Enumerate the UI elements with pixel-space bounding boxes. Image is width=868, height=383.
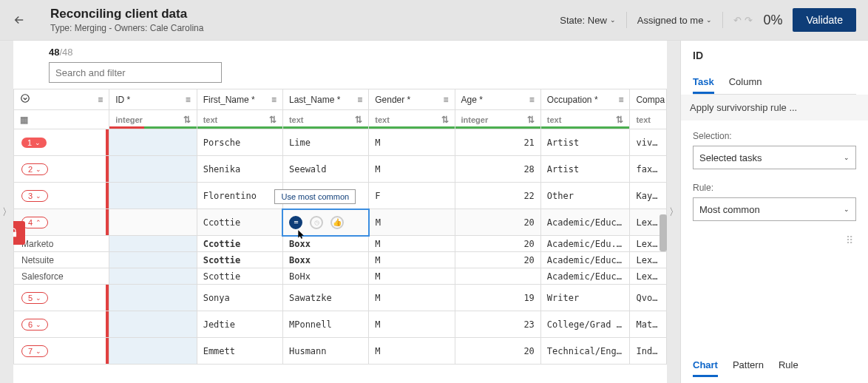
side-panel-title: ID: [693, 50, 856, 61]
row-badge[interactable]: 5 ⌄: [21, 292, 48, 304]
selection-label: Selection:: [693, 131, 856, 141]
row-badge[interactable]: 4 ⌃: [21, 217, 48, 228]
progress-percent: 0%: [763, 13, 782, 28]
redo-icon[interactable]: ↷: [745, 15, 753, 26]
right-rail: 〉: [667, 41, 680, 383]
svg-point-0: [21, 95, 30, 103]
rule-label: Rule:: [693, 183, 856, 193]
table-row[interactable]: 5 ⌄ SonyaSawatzkeM 19WriterQvome: [14, 285, 667, 311]
col-header-lname[interactable]: Last_Name *: [289, 95, 340, 105]
tooltip: Use most common: [274, 189, 356, 204]
tab-column[interactable]: Column: [729, 72, 762, 94]
content-area: 48/48 ≡ ID *≡ First_Name *≡ Last_Name *≡…: [13, 41, 667, 383]
search-input[interactable]: [49, 62, 222, 83]
grid-icon[interactable]: ▦: [14, 115, 109, 125]
header-bar: Reconciling client data Type: Merging - …: [0, 0, 868, 41]
row-badge[interactable]: 7 ⌄: [21, 345, 48, 357]
expand-all-icon[interactable]: [20, 93, 30, 106]
sort-icon[interactable]: ⇅: [441, 115, 455, 125]
sort-icon[interactable]: ⇅: [527, 115, 540, 125]
lock-icon[interactable]: [13, 221, 25, 245]
selection-dropdown[interactable]: Selected tasks⌄: [693, 146, 856, 169]
most-common-icon[interactable]: =: [289, 216, 302, 229]
drag-handle-icon[interactable]: ⠿: [693, 234, 856, 246]
validate-button[interactable]: Validate: [793, 8, 856, 32]
col-header-age[interactable]: Age *: [461, 95, 483, 105]
undo-icon[interactable]: ↶: [733, 15, 742, 26]
col-header-occ[interactable]: Occupation *: [547, 95, 598, 105]
col-menu-icon[interactable]: ≡: [618, 95, 623, 105]
source-row[interactable]: Marketo CcottieBoxx M20Academic/Edu...Le…: [14, 236, 667, 252]
col-menu-icon[interactable]: ≡: [98, 95, 103, 105]
back-arrow-icon[interactable]: [9, 10, 30, 30]
page-title: Reconciling client data: [50, 7, 203, 21]
col-header-id[interactable]: ID *: [115, 95, 130, 105]
table-row[interactable]: 2 ⌄ ShenikaSeewaldM 28Artistfaxfa: [14, 156, 667, 183]
thumbs-icon[interactable]: 👍: [330, 216, 344, 229]
table-row[interactable]: 6 ⌄ JedtieMPonnellM 23College/Grad ...Ma…: [14, 311, 667, 338]
most-recent-icon[interactable]: ◷: [310, 216, 323, 229]
expand-right-icon[interactable]: 〉: [669, 206, 679, 219]
tab-pattern[interactable]: Pattern: [733, 355, 764, 377]
col-menu-icon[interactable]: ≡: [357, 95, 362, 105]
row-count: 48/48: [13, 41, 667, 58]
state-dropdown[interactable]: State: New⌄: [560, 15, 616, 26]
col-menu-icon[interactable]: ≡: [444, 95, 449, 105]
table-row-expanded[interactable]: 4 ⌃ Ccottie Use most common = ◷ 👍 M20Aca…: [14, 209, 667, 236]
col-header-fname[interactable]: First_Name *: [203, 95, 255, 105]
row-badge[interactable]: 3 ⌄: [21, 190, 48, 202]
tab-rule[interactable]: Rule: [779, 355, 799, 377]
col-menu-icon[interactable]: ≡: [529, 95, 535, 105]
col-menu-icon[interactable]: ≡: [186, 95, 191, 105]
source-row[interactable]: Salesforce ScottieBoHx MAcademic/Educ...…: [14, 268, 667, 285]
table-row[interactable]: 1 ⌄ PorscheLimeM 21Artistvivap: [14, 129, 667, 156]
header-title-block: Reconciling client data Type: Merging - …: [50, 7, 203, 33]
assigned-dropdown[interactable]: Assigned to me⌄: [637, 15, 713, 26]
sort-icon[interactable]: ⇅: [183, 115, 197, 125]
page-subtitle: Type: Merging - Owners: Cale Carolina: [50, 23, 203, 33]
tab-task[interactable]: Task: [693, 72, 714, 94]
sort-icon[interactable]: ⇅: [355, 115, 368, 125]
rule-hint: Apply survivorship rule ...: [681, 95, 868, 121]
row-badge[interactable]: 2 ⌄: [21, 163, 48, 175]
left-rail: 〉: [0, 41, 13, 383]
source-row[interactable]: Netsuite ScottieBoxx M20Academic/Educ...…: [14, 252, 667, 268]
expand-left-icon[interactable]: 〉: [2, 206, 12, 219]
col-header-gender[interactable]: Gender *: [375, 95, 410, 105]
table-row[interactable]: 7 ⌄ EmmettHusmannM 20Technical/Eng...Ind…: [14, 338, 667, 365]
rule-dropdown[interactable]: Most common⌄: [693, 197, 856, 221]
col-menu-icon[interactable]: ≡: [271, 95, 277, 105]
row-badge[interactable]: 1 ⌄: [21, 138, 47, 148]
sort-icon[interactable]: ⇅: [616, 115, 629, 125]
col-header-comp[interactable]: Compa: [636, 95, 665, 105]
row-badge[interactable]: 6 ⌄: [21, 319, 48, 331]
tab-chart[interactable]: Chart: [693, 355, 718, 377]
header-controls: State: New⌄ Assigned to me⌄ ↶ ↷ 0% Valid…: [560, 8, 856, 32]
side-panel: ID Task Column Apply survivorship rule .…: [680, 41, 868, 383]
scrollbar[interactable]: [660, 214, 667, 251]
sort-icon[interactable]: ⇅: [269, 115, 282, 125]
data-table: ≡ ID *≡ First_Name *≡ Last_Name *≡ Gende…: [13, 89, 667, 365]
